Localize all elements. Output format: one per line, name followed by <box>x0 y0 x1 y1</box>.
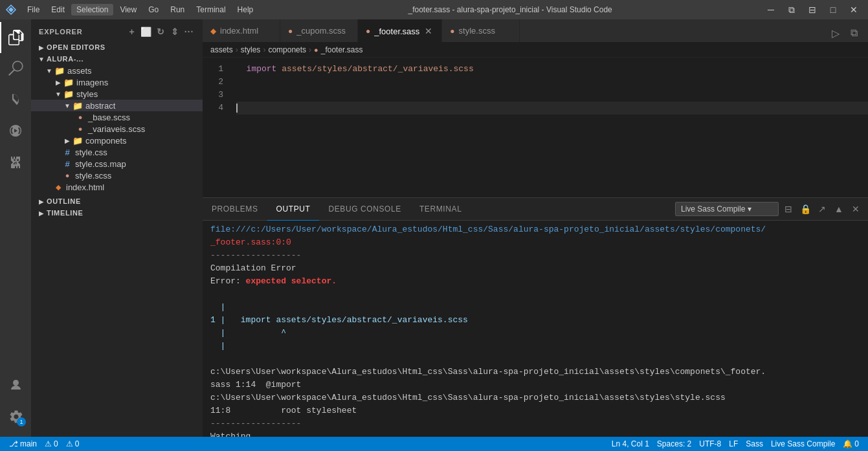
close-button[interactable]: ✕ <box>845 3 863 17</box>
extensions-activity-icon[interactable] <box>0 146 31 177</box>
breadcrumb-styles[interactable]: styles <box>241 45 261 54</box>
panel-tab-output[interactable]: OUTPUT <box>267 198 320 221</box>
run-activity-icon[interactable] <box>0 115 31 146</box>
line-numbers: 1 2 3 4 <box>203 58 228 197</box>
folder-imagens[interactable]: ▶ 📁 imagens <box>31 76 203 88</box>
file-base-scss[interactable]: ● _base.scss <box>31 111 203 123</box>
status-live-sass[interactable]: Live Sass Compile <box>767 439 839 448</box>
file-style-scss[interactable]: ● style.scss <box>31 170 203 181</box>
tab-style-scss[interactable]: ● style.scss <box>442 19 520 42</box>
status-spaces[interactable]: Spaces: 2 <box>653 439 695 448</box>
refresh-icon[interactable]: ↻ <box>155 26 166 38</box>
open-editors-label: OPEN EDITORS <box>47 43 106 51</box>
breadcrumb-footer[interactable]: _footer.sass <box>321 45 363 54</box>
menu-terminal[interactable]: Terminal <box>191 4 230 16</box>
tab-cupom-scss[interactable]: ● _cupom.scss <box>280 19 358 42</box>
timeline-arrow: ▶ <box>36 208 47 218</box>
panel-tab-debug[interactable]: DEBUG CONSOLE <box>319 198 410 221</box>
activity-bar-bottom: 1 <box>0 369 31 437</box>
base-scss-icon: ● <box>75 112 85 122</box>
folder-assets[interactable]: ▼ 📁 assets <box>31 65 203 76</box>
open-editors-section[interactable]: ▶ OPEN EDITORS <box>31 41 203 53</box>
menu-help[interactable]: Help <box>232 4 259 16</box>
menu-file[interactable]: File <box>22 4 45 16</box>
status-branch[interactable]: ⎇ main <box>5 437 41 451</box>
cursor-position: Ln 4, Col 1 <box>612 439 649 448</box>
panel-header-right: Live Sass Compile ▾ ⊟ 🔒 ↗ ▲ ✕ <box>675 202 868 216</box>
panel-tab-terminal[interactable]: TERMINAL <box>410 198 471 221</box>
status-eol[interactable]: LF <box>725 439 742 448</box>
error-icon: ⚠ <box>45 439 52 448</box>
file-index-html[interactable]: ◆ index.html <box>31 181 203 193</box>
menu-run[interactable]: Run <box>165 4 190 16</box>
status-warnings[interactable]: ⚠ 0 <box>62 437 83 451</box>
split-editor-button[interactable]: ⧉ <box>845 24 863 42</box>
status-notifications[interactable]: 🔔 0 <box>839 439 863 448</box>
maximize-panel-icon[interactable]: ▲ <box>832 202 846 216</box>
tab-bar: ◆ index.html ● _cupom.scss ● _footer.sas… <box>203 19 868 42</box>
open-in-editor-icon[interactable]: ↗ <box>815 202 829 216</box>
tab-footer-sass[interactable]: ● _footer.sass ✕ <box>358 19 442 42</box>
status-encoding[interactable]: UTF-8 <box>695 439 725 448</box>
output-line-3: Compilation Error <box>203 262 868 275</box>
sidebar-header-icons: + ⬜ ↻ ⇕ ··· <box>126 26 195 38</box>
abstract-label: abstract <box>85 101 115 111</box>
breadcrumb-assets[interactable]: assets <box>210 45 233 54</box>
menu-go[interactable]: Go <box>143 4 164 16</box>
source-control-activity-icon[interactable] <box>0 84 31 115</box>
accounts-activity-icon[interactable] <box>0 369 31 401</box>
project-root[interactable]: ▼ ALURA-... <box>31 53 203 65</box>
tab-actions: ▷ ⧉ <box>827 24 868 42</box>
file-variaveis-scss[interactable]: ● _variaveis.scss <box>31 123 203 135</box>
sidebar: EXPLORER + ⬜ ↻ ⇕ ··· ▶ OPEN EDITORS ▼ AL… <box>31 19 203 437</box>
collapse-all-icon[interactable]: ⇕ <box>169 26 181 38</box>
menu-view[interactable]: View <box>115 4 142 16</box>
new-file-icon[interactable]: + <box>126 26 138 38</box>
clear-output-icon[interactable]: ⊟ <box>781 202 796 216</box>
explorer-activity-icon[interactable] <box>0 22 31 53</box>
tab-footer-close[interactable]: ✕ <box>423 26 434 36</box>
maximize-button[interactable]: □ <box>824 3 842 17</box>
folder-componets[interactable]: ▶ 📁 componets <box>31 135 203 146</box>
notification-bell-icon: 🔔 <box>843 439 852 448</box>
style-scss-icon: ● <box>62 170 72 181</box>
file-style-css-map[interactable]: # style.css.map <box>31 158 203 170</box>
timeline-section[interactable]: ▶ TIMELINE <box>31 207 203 219</box>
output-line-11: c:\Users\User\workspace\Alura_estudos\Ht… <box>203 366 868 379</box>
breadcrumb-componets[interactable]: componets <box>268 45 306 54</box>
code-content[interactable]: import assets/styles/abstract/_variaveis… <box>228 58 868 197</box>
code-line-4 <box>236 102 868 115</box>
code-editor[interactable]: 1 2 3 4 import assets/styles/abstract/_v… <box>203 58 868 197</box>
run-button[interactable]: ▷ <box>827 24 845 42</box>
status-cursor[interactable]: Ln 4, Col 1 <box>608 439 653 448</box>
layout-button[interactable]: ⧉ <box>783 3 801 17</box>
new-folder-icon[interactable]: ⬜ <box>140 26 152 38</box>
status-right: Ln 4, Col 1 Spaces: 2 UTF-8 LF Sass Live… <box>608 439 863 448</box>
tab-index-html[interactable]: ◆ index.html <box>203 19 280 42</box>
code-line-2 <box>236 76 868 89</box>
menu-edit[interactable]: Edit <box>46 4 70 16</box>
live-sass-dropdown[interactable]: Live Sass Compile ▾ <box>675 202 779 216</box>
close-panel-icon[interactable]: ✕ <box>849 202 863 216</box>
outline-section[interactable]: ▶ OUTLINE <box>31 195 203 207</box>
live-sass-label: Live Sass Compile <box>681 204 745 214</box>
folder-styles[interactable]: ▼ 📁 styles <box>31 88 203 100</box>
project-arrow: ▼ <box>36 54 47 64</box>
sidebar-title: EXPLORER <box>39 28 83 36</box>
split-button[interactable]: ⊟ <box>803 3 821 17</box>
status-errors[interactable]: ⚠ 0 <box>41 437 62 451</box>
settings-activity-icon[interactable]: 1 <box>0 401 31 432</box>
minimize-button[interactable]: ─ <box>762 3 780 17</box>
more-actions-icon[interactable]: ··· <box>183 26 195 38</box>
search-activity-icon[interactable] <box>0 53 31 84</box>
lock-output-icon[interactable]: 🔒 <box>798 202 812 216</box>
status-language[interactable]: Sass <box>742 439 767 448</box>
panel-tab-problems[interactable]: PROBLEMS <box>203 198 267 221</box>
folder-abstract[interactable]: ▼ 📁 abstract <box>31 100 203 111</box>
status-bar: ⎇ main ⚠ 0 ⚠ 0 Ln 4, Col 1 Spaces: 2 UTF… <box>0 437 868 451</box>
file-style-css[interactable]: # style.css <box>31 146 203 158</box>
menu-selection[interactable]: Selection <box>71 4 113 16</box>
error-count: 0 <box>54 439 58 448</box>
line-num-1: 1 <box>203 63 223 76</box>
project-label: ALURA-... <box>47 55 83 63</box>
